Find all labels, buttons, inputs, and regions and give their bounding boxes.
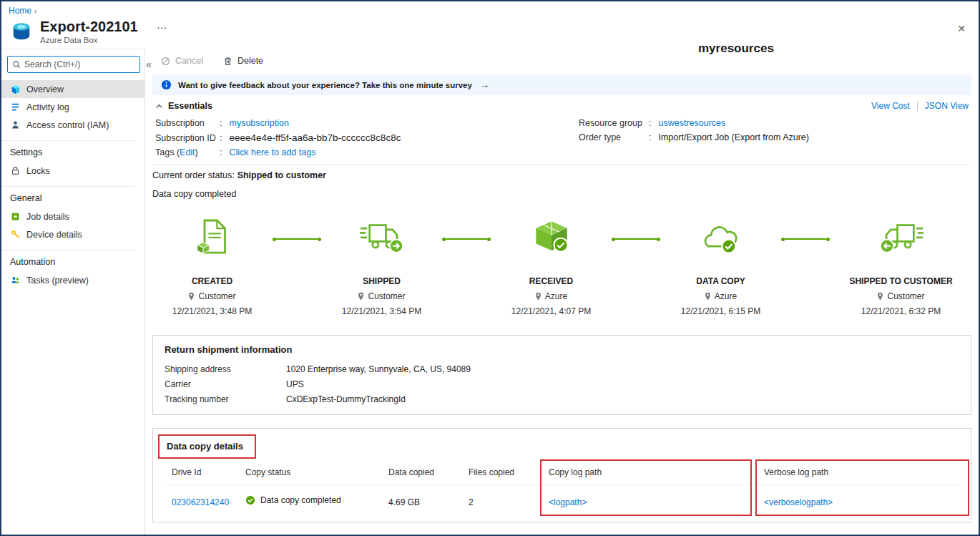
timeline-stage-shipped-to-customer: SHIPPED TO CUSTOMER Customer 12/21/2021,… xyxy=(835,215,967,316)
search-input[interactable] xyxy=(24,59,135,69)
sidebar-item-job-details[interactable]: Job details xyxy=(1,208,144,225)
more-options-icon[interactable]: … xyxy=(157,19,168,31)
data-copy-title: Data copy details xyxy=(167,441,243,452)
device-details-icon xyxy=(10,230,21,239)
data-copy-details-card: Data copy details Drive Id Copy status D… xyxy=(152,428,971,522)
stage-location: Customer xyxy=(887,291,924,301)
subscription-id-row: Subscription ID: eeee4e4e-ff5f-aa6a-bb7b… xyxy=(155,132,579,143)
job-details-icon xyxy=(10,212,21,221)
resource-group-label: Resource group xyxy=(579,118,647,128)
cancel-icon xyxy=(161,57,170,66)
sidebar-item-label: Tasks (preview) xyxy=(26,276,89,286)
order-type-row: Order type: Import/Export Job (Export fr… xyxy=(579,132,809,142)
blade-header: Export-202101 Azure Data Box … myresourc… xyxy=(1,16,979,49)
data-copy-table: Drive Id Copy status Data copied Files c… xyxy=(165,464,959,512)
received-package-icon xyxy=(533,215,570,259)
essentials-toggle[interactable]: Essentials xyxy=(155,101,212,111)
order-status-value: Shipped to customer xyxy=(237,170,326,180)
tasks-icon xyxy=(10,276,21,285)
verbose-log-path-link[interactable]: <verboselogpath> xyxy=(764,497,833,507)
column-header-copy-status: Copy status xyxy=(245,467,388,477)
json-view-link[interactable]: JSON View xyxy=(925,101,969,111)
current-order-status: Current order status:Shipped to customer xyxy=(152,170,971,180)
timeline-stage-data-copy: DATA COPY Azure 12/21/2021, 6:15 PM xyxy=(665,215,776,316)
feedback-banner[interactable]: Want to give feedback about your experie… xyxy=(152,74,971,95)
tags-edit-link[interactable]: Edit xyxy=(180,147,195,157)
sidebar-item-overview[interactable]: Overview xyxy=(1,80,144,98)
cancel-button[interactable]: Cancel xyxy=(161,56,203,66)
data-copy-cloud-icon xyxy=(700,215,742,259)
location-pin-icon xyxy=(705,292,711,301)
column-header-files-copied: Files copied xyxy=(469,467,549,477)
blade-title: Export-202101 Azure Data Box … xyxy=(10,19,168,44)
essentials-header: Essentials View Cost JSON View xyxy=(152,101,971,111)
copy-status-value: Data copy completed xyxy=(260,495,341,505)
check-circle-icon xyxy=(245,495,255,505)
location-pin-icon xyxy=(535,292,542,301)
lock-icon xyxy=(10,166,21,175)
vertical-divider xyxy=(917,101,918,111)
resource-group-link[interactable]: uswestresources xyxy=(658,118,725,128)
sidebar-item-label: Activity log xyxy=(26,102,69,112)
stage-datetime: 12/21/2021, 6:32 PM xyxy=(835,306,967,316)
return-truck-icon xyxy=(879,215,923,259)
essentials-grid: Subscription: mysubscription Subscriptio… xyxy=(152,118,971,157)
essentials-title: Essentials xyxy=(168,101,212,111)
shipping-address-row: Shipping address 1020 Enterprise way, Su… xyxy=(165,364,959,374)
sidebar-item-tasks-preview[interactable]: Tasks (preview) xyxy=(1,271,144,289)
page-subtitle: Azure Data Box xyxy=(40,36,138,44)
overview-content: Cancel Delete Want to give feedback abou… xyxy=(145,49,979,535)
azure-data-box-icon xyxy=(10,20,33,43)
subscription-link[interactable]: mysubscription xyxy=(229,118,288,128)
table-row: 023062314240 Data copy completed 4.69 GB… xyxy=(165,485,959,512)
sidebar-search-box xyxy=(7,56,140,73)
timeline-connector xyxy=(776,237,835,241)
tags-row: Tags (Edit): Click here to add tags xyxy=(155,147,579,157)
timeline-stage-received: RECEIVED Azure 12/21/2021, 4:07 PM xyxy=(496,215,607,316)
data-copy-title-annotation: Data copy details xyxy=(158,434,256,459)
breadcrumb: Home› xyxy=(1,1,979,16)
stage-name: CREATED xyxy=(157,276,268,286)
sidebar-item-activity-log[interactable]: Activity log xyxy=(1,98,144,116)
close-icon[interactable]: ✕ xyxy=(957,23,966,34)
stage-location: Azure xyxy=(715,291,737,301)
sidebar-section-general: General xyxy=(1,187,144,208)
return-shipment-title: Return shipment information xyxy=(165,344,959,355)
stage-name: SHIPPED xyxy=(326,276,437,286)
column-header-data-copied: Data copied xyxy=(388,467,469,477)
breadcrumb-home-link[interactable]: Home xyxy=(9,6,31,16)
order-progress-timeline: CREATED Customer 12/21/2021, 3:48 PM xyxy=(152,215,971,316)
sidebar-item-label: Device details xyxy=(26,230,82,240)
delete-button[interactable]: Delete xyxy=(223,56,263,66)
tags-label: Tags (Edit) xyxy=(155,147,218,157)
delete-icon xyxy=(223,57,232,66)
stage-location: Customer xyxy=(198,291,235,301)
timeline-connector xyxy=(607,237,665,241)
carrier-row: Carrier UPS xyxy=(165,379,959,389)
sidebar-item-device-details[interactable]: Device details xyxy=(1,225,144,243)
access-control-icon xyxy=(10,120,21,130)
stage-name: SHIPPED TO CUSTOMER xyxy=(835,276,967,286)
arrow-right-icon: → xyxy=(480,79,489,90)
order-type-value: Import/Export Job (Export from Azure) xyxy=(658,132,809,142)
drive-id-link[interactable]: 023062314240 xyxy=(172,497,229,507)
chevron-right-icon: › xyxy=(34,6,37,15)
essentials-divider xyxy=(152,164,971,165)
copy-log-path-link[interactable]: <logpath> xyxy=(549,497,587,507)
add-tags-link[interactable]: Click here to add tags xyxy=(229,147,315,157)
sidebar-item-label: Overview xyxy=(26,84,64,94)
sidebar-item-locks[interactable]: Locks xyxy=(1,162,144,180)
azure-portal-window: Home› Export-202101 Azure Data Box … myr… xyxy=(0,0,980,536)
timeline-connector xyxy=(268,237,326,241)
view-cost-link[interactable]: View Cost xyxy=(871,101,910,111)
stage-location: Customer xyxy=(368,291,405,301)
stage-name: DATA COPY xyxy=(665,276,776,286)
resources-heading: myresources xyxy=(698,42,774,56)
order-type-label: Order type xyxy=(579,132,647,142)
data-copy-status-text: Data copy completed xyxy=(152,189,971,199)
sidebar-section-settings: Settings xyxy=(1,141,144,162)
sidebar-item-access-control[interactable]: Access control (IAM) xyxy=(1,116,144,134)
sidebar-nav: Overview Activity log Access control (IA… xyxy=(1,80,144,289)
stage-datetime: 12/21/2021, 4:07 PM xyxy=(496,306,607,316)
search-icon xyxy=(12,60,21,69)
